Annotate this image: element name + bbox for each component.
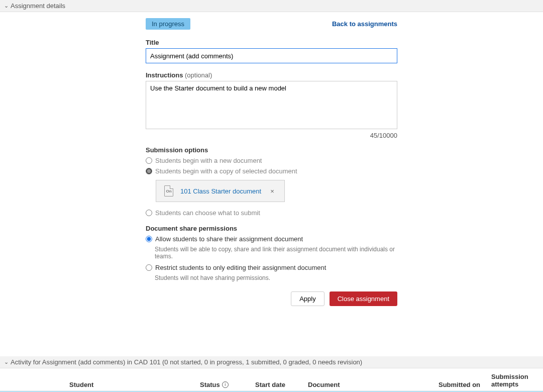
- option-new-document[interactable]: Students begin with a new document: [146, 157, 397, 164]
- option-choose-submit[interactable]: Students can choose what to submit: [146, 209, 397, 217]
- instructions-label: Instructions (optional): [146, 71, 397, 79]
- selected-document-link[interactable]: 101 Class Starter document: [180, 187, 261, 195]
- col-submitted: Submitted on: [439, 381, 491, 388]
- activity-table-header: Student Status i Start date Document Sub…: [0, 368, 543, 391]
- share-allow-help: Students will be able to copy, share and…: [155, 246, 397, 260]
- apply-button[interactable]: Apply: [291, 291, 324, 306]
- info-icon[interactable]: i: [222, 381, 229, 388]
- chevron-down-icon: ⌄: [4, 3, 9, 9]
- close-assignment-button[interactable]: Close assignment: [330, 291, 397, 306]
- option-copy-document[interactable]: Students begin with a copy of selected d…: [146, 167, 397, 175]
- instructions-input[interactable]: [146, 81, 397, 129]
- radio-new-document[interactable]: [146, 157, 152, 164]
- remove-document-button[interactable]: ×: [268, 187, 276, 195]
- option-share-restrict[interactable]: Restrict students to only editing their …: [146, 264, 397, 271]
- col-start: Start date: [255, 381, 308, 388]
- selected-document-chip: On 101 Class Starter document ×: [156, 180, 285, 202]
- activity-header[interactable]: ⌄ Activity for Assignment (add comments)…: [0, 356, 543, 368]
- status-badge: In progress: [146, 18, 190, 30]
- document-icon: On: [164, 185, 173, 197]
- back-to-assignments-link[interactable]: Back to assignments: [332, 20, 397, 28]
- col-status: Status i: [200, 381, 255, 388]
- col-attempts: Submission attempts: [491, 373, 539, 388]
- radio-share-restrict[interactable]: [146, 264, 152, 271]
- radio-share-allow[interactable]: [146, 236, 152, 242]
- assignment-form: In progress Back to assignments Title In…: [0, 12, 543, 326]
- submission-options-label: Submission options: [146, 146, 397, 154]
- share-permissions-label: Document share permissions: [146, 225, 397, 232]
- section-title: Assignment details: [11, 2, 65, 10]
- col-student: Student: [69, 381, 200, 388]
- char-count: 45/10000: [146, 132, 397, 139]
- activity-title: Activity for Assignment (add comments) i…: [11, 358, 362, 366]
- col-document: Document: [308, 381, 439, 388]
- radio-choose-submit[interactable]: [146, 210, 152, 216]
- share-restrict-help: Students will not have sharing permissio…: [155, 274, 397, 281]
- radio-copy-document[interactable]: [146, 168, 152, 174]
- assignment-details-header[interactable]: ⌄ Assignment details: [0, 0, 543, 12]
- title-label: Title: [146, 39, 397, 46]
- option-share-allow[interactable]: Allow students to share their assignment…: [146, 235, 397, 243]
- chevron-down-icon: ⌄: [4, 359, 9, 365]
- title-input[interactable]: [146, 48, 397, 63]
